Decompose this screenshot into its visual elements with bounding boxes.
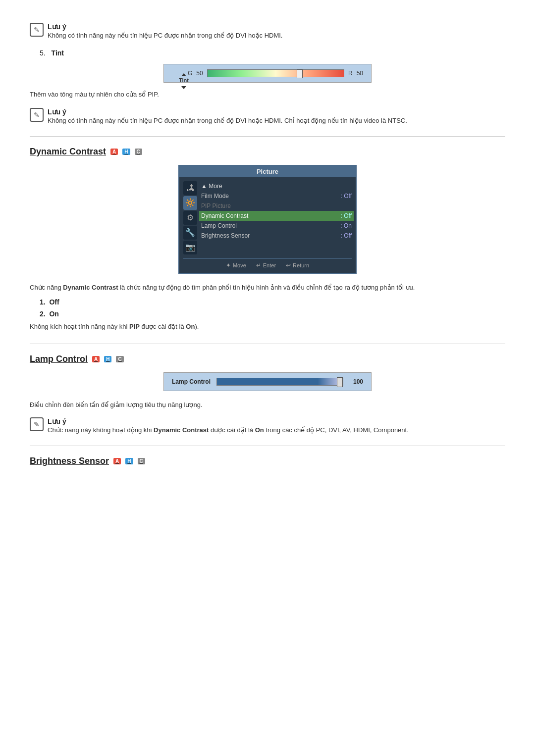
note1-label: Lưu ý [48, 23, 282, 31]
note2-label: Lưu ý [48, 108, 407, 116]
icon-5: 📷 [183, 241, 197, 254]
badge-c: C [135, 149, 142, 155]
divider3 [30, 446, 505, 446]
bs-badge-c: C [138, 458, 145, 464]
note1-icon [30, 23, 44, 37]
return-icon: ↩ [286, 262, 291, 269]
menu-pip-picture[interactable]: PIP Picture [201, 201, 352, 211]
tint-description: Thêm vào tông màu tự nhiên cho cửa sổ PI… [30, 90, 505, 100]
badge-h: H [122, 149, 130, 155]
lamp-note: Lưu ý Chức năng này không hoạt động khi … [30, 417, 505, 434]
dc-item-on: 2. On [40, 310, 505, 318]
tint-slider-wrap: Tint G 50 R 50 [30, 64, 505, 83]
note2-text: Không có tính năng này nếu tín hiệu PC đ… [48, 117, 407, 124]
footer-enter: ↵ Enter [256, 262, 276, 269]
move-icon: ✦ [226, 262, 231, 269]
note2: Lưu ý Không có tính năng này nếu tín hiệ… [30, 108, 505, 124]
dynamic-contrast-title: Dynamic Contrast [30, 147, 106, 157]
lamp-thumb [337, 377, 343, 387]
lamp-track[interactable] [216, 378, 343, 386]
tint-slider-box: Tint G 50 R 50 [163, 64, 372, 83]
tint-g-value: 50 [196, 70, 203, 77]
tint-label: Tint [52, 49, 64, 57]
tint-arrow-up[interactable] [181, 73, 186, 76]
lamp-value: 100 [349, 378, 363, 385]
lamp-control-heading: Lamp Control A H C [30, 354, 505, 364]
dc-note: Không kích hoạt tính năng này khi PIP đư… [30, 322, 505, 332]
picture-menu: Picture 🏞 🔆 ⚙ 🔧 📷 ▲ More Film Mode : Off… [178, 165, 357, 274]
footer-move-label: Move [233, 262, 246, 268]
picture-footer: ✦ Move ↵ Enter ↩ Return [183, 258, 352, 269]
tint-arrow-down[interactable] [181, 86, 186, 89]
enter-icon: ↵ [256, 262, 261, 269]
tint-controls-col: Tint [179, 73, 189, 89]
lamp-description: Điều chỉnh đèn biến tần để giảm lượng ti… [30, 400, 505, 410]
icon-1: 🏞 [183, 181, 197, 195]
lamp-badge-h: H [104, 356, 111, 362]
tint-r-label: R [348, 70, 353, 77]
footer-return-label: Return [293, 262, 309, 268]
lamp-note-content: Lưu ý Chức năng này không hoạt động khi … [48, 417, 409, 434]
divider1 [30, 136, 505, 137]
picture-icons: 🏞 🔆 ⚙ 🔧 📷 [179, 177, 201, 258]
note1-content: Lưu ý Không có tính năng này nếu tín hiệ… [48, 23, 282, 39]
picture-title-bar: Picture [179, 166, 356, 177]
bs-badge-a: A [113, 458, 121, 464]
tint-word: Tint [179, 77, 189, 83]
note2-content: Lưu ý Không có tính năng này nếu tín hiệ… [48, 108, 407, 124]
brightness-sensor-title: Brightness Sensor [30, 456, 109, 466]
menu-dynamic-contrast[interactable]: Dynamic Contrast : Off [199, 211, 354, 221]
divider2 [30, 344, 505, 344]
note1-text: Không có tính năng này nếu tín hiệu PC đ… [48, 32, 282, 39]
menu-lamp-control[interactable]: Lamp Control : On [201, 221, 352, 231]
tint-thumb [297, 69, 303, 78]
note1: Lưu ý Không có tính năng này nếu tín hiệ… [30, 23, 505, 39]
tint-track[interactable] [207, 69, 344, 77]
menu-brightness-sensor[interactable]: Brightness Sensor : Off [201, 231, 352, 241]
lamp-badge-a: A [92, 356, 100, 362]
footer-move: ✦ Move [226, 262, 246, 269]
dynamic-contrast-description: Chức năng Dynamic Contrast là chức năng … [30, 283, 505, 293]
tint-number: 5. [40, 49, 46, 57]
icon-4: 🔧 [183, 226, 197, 240]
badge-a: A [110, 149, 118, 155]
tint-section: 5. Tint [40, 49, 505, 57]
icon-2: 🔆 [183, 196, 197, 210]
footer-return: ↩ Return [286, 262, 309, 269]
menu-film-mode[interactable]: Film Mode : Off [201, 191, 352, 201]
bs-badge-h: H [125, 458, 133, 464]
brightness-sensor-heading: Brightness Sensor A H C [30, 456, 505, 466]
lamp-slider-label: Lamp Control [172, 378, 211, 385]
tint-r-value: 50 [357, 70, 363, 77]
footer-enter-label: Enter [263, 262, 276, 268]
picture-content: ▲ More Film Mode : Off PIP Picture Dynam… [201, 177, 356, 243]
lamp-slider-wrap: Lamp Control 100 [30, 372, 505, 391]
picture-more: ▲ More [201, 181, 352, 191]
dc-item-off: 1. Off [40, 298, 505, 306]
lamp-note-text: Chức năng này không hoạt động khi Dynami… [48, 426, 409, 434]
dynamic-contrast-heading: Dynamic Contrast A H C [30, 147, 505, 157]
icon-3: ⚙ [183, 211, 197, 225]
lamp-note-icon [30, 417, 44, 431]
lamp-note-label: Lưu ý [48, 417, 409, 425]
picture-menu-wrap: Picture 🏞 🔆 ⚙ 🔧 📷 ▲ More Film Mode : Off… [30, 165, 505, 274]
note2-icon [30, 108, 44, 122]
lamp-control-title: Lamp Control [30, 354, 88, 364]
lamp-slider-box: Lamp Control 100 [163, 372, 372, 391]
lamp-badge-c: C [116, 356, 123, 362]
dc-items: 1. Off 2. On [40, 298, 505, 318]
